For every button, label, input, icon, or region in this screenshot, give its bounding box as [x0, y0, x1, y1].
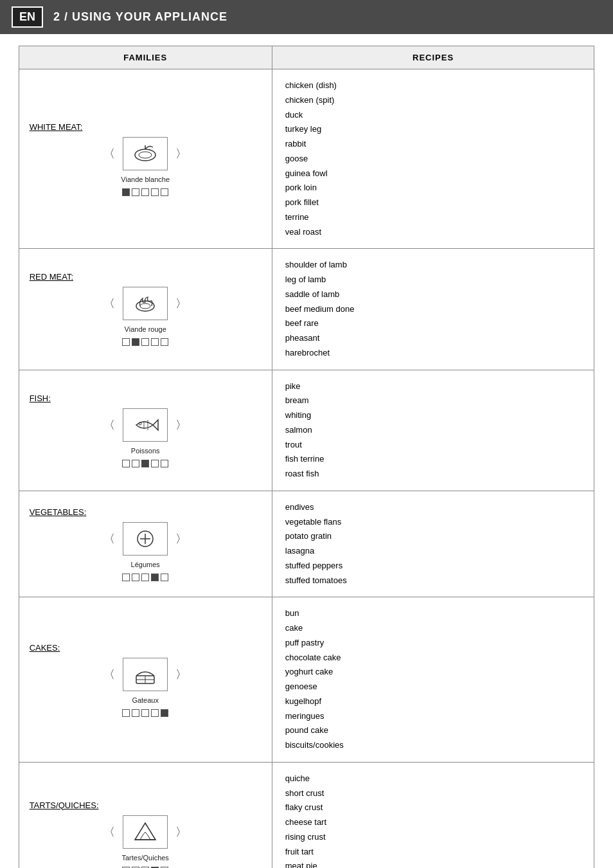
prev-arrow-white-meat[interactable]: 〈	[103, 146, 115, 161]
category-label-cakes: CAKES:	[30, 643, 262, 653]
icon-label-fish: Poissons	[131, 447, 160, 455]
recipe-item: duck	[285, 108, 582, 123]
table-row: TARTS/QUICHES:〈 〉Tartes/Quichesquichesho…	[19, 762, 594, 868]
recipe-cell-cakes: buncakepuff pastrychocolate cakeyoghurt …	[272, 597, 594, 763]
category-label-white-meat: WHITE MEAT:	[30, 122, 262, 132]
dot-1	[132, 338, 139, 346]
next-arrow-cakes[interactable]: 〉	[175, 667, 187, 682]
dot-0	[122, 574, 130, 581]
language-badge: EN	[12, 6, 43, 28]
dot-4	[161, 188, 168, 196]
icon-label-tarts-quiches: Tartes/Quiches	[122, 854, 169, 862]
icon-box-white-meat	[123, 137, 168, 170]
dot-0	[122, 460, 130, 467]
svg-point-4	[140, 303, 150, 309]
dot-1	[132, 460, 139, 467]
dot-3	[151, 709, 159, 717]
recipe-item: salmon	[285, 423, 582, 438]
dot-0	[122, 188, 130, 196]
recipe-item: meringues	[285, 709, 582, 724]
dot-1	[132, 188, 139, 196]
recipe-item: leg of lamb	[285, 273, 582, 287]
recipe-item: genoese	[285, 680, 582, 694]
dots-row-white-meat	[122, 188, 168, 196]
dots-row-red-meat	[122, 338, 168, 346]
recipe-item: pheasant	[285, 331, 582, 346]
page-header: EN 2 / USING YOUR APPLIANCE	[0, 0, 613, 34]
family-cell-cakes: CAKES:〈 〉Gateaux	[19, 597, 272, 763]
next-arrow-white-meat[interactable]: 〉	[175, 146, 187, 161]
recipe-item: veal roast	[285, 225, 582, 240]
table-row: CAKES:〈 〉Gateauxbuncakepuff pastrychocol…	[19, 597, 594, 763]
prev-arrow-fish[interactable]: 〈	[103, 417, 115, 433]
recipe-item: kugelhopf	[285, 694, 582, 709]
recipe-item: meat pie	[285, 859, 582, 868]
dot-1	[132, 709, 139, 717]
prev-arrow-red-meat[interactable]: 〈	[103, 296, 115, 311]
dot-2	[141, 188, 149, 196]
dot-0	[122, 709, 130, 717]
prev-arrow-tarts-quiches[interactable]: 〈	[103, 824, 115, 840]
recipe-item: short crust	[285, 786, 582, 801]
dot-3	[151, 460, 159, 467]
recipe-item: whiting	[285, 408, 582, 423]
dot-2	[141, 338, 149, 346]
icon-box-red-meat	[123, 287, 168, 320]
icon-box-fish	[123, 408, 168, 442]
recipe-item: pork loin	[285, 181, 582, 195]
dot-3	[151, 338, 159, 346]
col-recipes-header: RECIPES	[272, 46, 594, 69]
prev-arrow-vegetables[interactable]: 〈	[103, 531, 115, 547]
recipe-item: bun	[285, 606, 582, 621]
family-cell-white-meat: WHITE MEAT:〈 〉Viande blanche	[19, 69, 272, 249]
category-label-vegetables: VEGETABLES:	[30, 507, 262, 517]
recipe-item: cake	[285, 621, 582, 636]
dot-4	[161, 574, 168, 581]
next-arrow-tarts-quiches[interactable]: 〉	[175, 824, 187, 840]
recipe-item: endives	[285, 500, 582, 515]
icon-label-vegetables: Légumes	[131, 561, 160, 568]
recipe-item: chocolate cake	[285, 651, 582, 665]
table-row: WHITE MEAT:〈 〉Viande blanchechicken (dis…	[19, 69, 594, 249]
dots-row-vegetables	[122, 574, 168, 581]
dot-4	[161, 709, 168, 717]
recipe-item: saddle of lamb	[285, 287, 582, 302]
recipe-item: beef medium done	[285, 302, 582, 317]
icon-box-cakes	[123, 658, 168, 691]
recipe-cell-white-meat: chicken (dish)chicken (spit)duckturkey l…	[272, 69, 594, 249]
category-label-fish: FISH:	[30, 393, 262, 403]
next-arrow-red-meat[interactable]: 〉	[175, 296, 187, 311]
dot-4	[161, 338, 168, 346]
recipe-item: flaky crust	[285, 800, 582, 815]
recipe-item: fruit tart	[285, 845, 582, 860]
family-cell-fish: FISH:〈 〉Poissons	[19, 370, 272, 491]
svg-point-1	[139, 152, 152, 158]
dot-3	[151, 574, 159, 581]
icon-label-red-meat: Viande rouge	[125, 325, 166, 333]
icon-label-cakes: Gateaux	[132, 696, 159, 704]
page-title: 2 / USING YOUR APPLIANCE	[53, 10, 227, 24]
recipe-item: puff pastry	[285, 636, 582, 651]
next-arrow-fish[interactable]: 〉	[175, 417, 187, 433]
recipe-item: vegetable flans	[285, 515, 582, 530]
recipe-item: stuffed tomatoes	[285, 574, 582, 588]
prev-arrow-cakes[interactable]: 〈	[103, 667, 115, 682]
dot-1	[132, 574, 139, 581]
recipe-item: biscuits/cookies	[285, 738, 582, 753]
recipe-item: harebrochet	[285, 346, 582, 361]
table-row: FISH:〈 〉Poissonspikebreamwhitingsalmontr…	[19, 370, 594, 491]
next-arrow-vegetables[interactable]: 〉	[175, 531, 187, 547]
recipe-item: cheese tart	[285, 815, 582, 830]
recipe-cell-fish: pikebreamwhitingsalmontroutfish terriner…	[272, 370, 594, 491]
icon-label-white-meat: Viande blanche	[121, 176, 170, 183]
recipe-item: terrine	[285, 210, 582, 225]
recipe-item: lasagna	[285, 544, 582, 559]
main-table: FAMILIES RECIPES WHITE MEAT:〈 〉Viande bl…	[19, 46, 595, 868]
dot-2	[141, 574, 149, 581]
table-row: VEGETABLES:〈 〉Légumesendivesvegetable fl…	[19, 491, 594, 597]
dot-2	[141, 460, 149, 467]
svg-point-0	[135, 149, 155, 161]
recipe-item: pork fillet	[285, 195, 582, 210]
dot-0	[122, 338, 130, 346]
icon-box-vegetables	[123, 522, 168, 556]
